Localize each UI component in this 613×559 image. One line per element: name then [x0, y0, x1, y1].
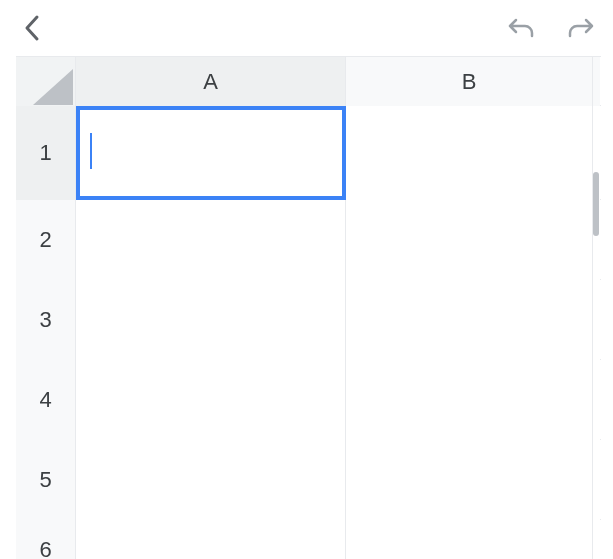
vertical-scrollbar-thumb[interactable] — [593, 172, 599, 236]
select-all-corner[interactable] — [16, 57, 76, 107]
spreadsheet-grid[interactable]: A B 1 2 3 4 5 — [16, 56, 601, 559]
grid-row: 3 — [16, 280, 601, 360]
column-header-b[interactable]: B — [346, 57, 593, 107]
cell-b4[interactable] — [346, 360, 593, 440]
grid-row: 5 — [16, 440, 601, 520]
cell-a4[interactable] — [76, 360, 346, 440]
text-cursor — [90, 133, 92, 169]
grid-row: 1 — [16, 106, 601, 200]
grid-row: 2 — [16, 200, 601, 280]
cell-a3[interactable] — [76, 280, 346, 360]
cell-edge — [593, 280, 600, 360]
cell-b6[interactable] — [346, 520, 593, 559]
chevron-left-icon — [23, 14, 41, 42]
toolbar-right — [505, 12, 597, 44]
redo-icon — [567, 16, 595, 40]
cell-b1[interactable] — [346, 106, 593, 200]
cell-a2[interactable] — [76, 200, 346, 280]
row-header-4[interactable]: 4 — [16, 360, 76, 440]
row-header-2[interactable]: 2 — [16, 200, 76, 280]
column-headers-row: A B — [16, 56, 601, 106]
row-header-6[interactable]: 6 — [16, 520, 76, 559]
cell-a5[interactable] — [76, 440, 346, 520]
toolbar-left — [16, 12, 48, 44]
column-header-a[interactable]: A — [76, 57, 346, 107]
cell-b3[interactable] — [346, 280, 593, 360]
undo-button[interactable] — [505, 12, 537, 44]
cell-edge — [593, 520, 600, 559]
undo-icon — [507, 16, 535, 40]
select-all-triangle-icon — [33, 69, 73, 105]
cell-a1[interactable] — [76, 106, 346, 200]
cell-b2[interactable] — [346, 200, 593, 280]
back-button[interactable] — [16, 12, 48, 44]
cell-edge — [593, 360, 600, 440]
grid-row: 4 — [16, 360, 601, 440]
cell-b5[interactable] — [346, 440, 593, 520]
row-header-1[interactable]: 1 — [16, 106, 76, 200]
grid-row: 6 — [16, 520, 601, 559]
grid-body: 1 2 3 4 5 6 — [16, 106, 601, 559]
cell-a6[interactable] — [76, 520, 346, 559]
row-header-3[interactable]: 3 — [16, 280, 76, 360]
row-header-5[interactable]: 5 — [16, 440, 76, 520]
column-header-edge — [593, 57, 600, 107]
cell-edge — [593, 440, 600, 520]
redo-button[interactable] — [565, 12, 597, 44]
toolbar — [0, 0, 613, 56]
